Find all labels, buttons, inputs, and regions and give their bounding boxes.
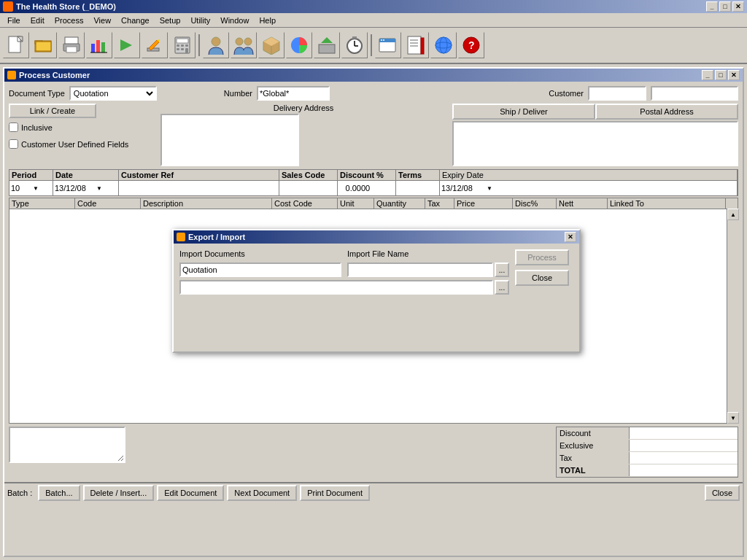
toolbar-export[interactable] <box>314 32 340 58</box>
svg-rect-0 <box>9 36 20 52</box>
toolbar-chart[interactable] <box>86 32 112 58</box>
toolbar-person2[interactable] <box>231 32 257 58</box>
svg-rect-25 <box>185 48 188 53</box>
app-title: The Health Store (_DEMO) <box>16 2 116 11</box>
dialog-inputs-row2: ... <box>179 280 509 295</box>
menu-edit[interactable]: Edit <box>26 15 49 26</box>
svg-rect-38 <box>352 36 357 39</box>
svg-rect-19 <box>177 39 188 43</box>
toolbar-clock[interactable] <box>341 32 368 58</box>
dialog-close-x-btn[interactable]: ✕ <box>565 232 576 242</box>
close-btn[interactable]: ✕ <box>732 1 744 12</box>
toolbar-pie[interactable] <box>286 32 312 58</box>
menu-change[interactable]: Change <box>117 15 154 26</box>
toolbar-open[interactable] <box>31 32 57 58</box>
dialog-right: Process Close <box>515 249 573 298</box>
toolbar-report[interactable] <box>403 32 429 58</box>
svg-rect-11 <box>96 40 100 52</box>
dialog-title-bar: Export / Import ✕ <box>174 230 579 244</box>
menu-help[interactable]: Help <box>255 15 280 26</box>
dialog-close-btn2[interactable]: Close <box>515 270 569 286</box>
toolbar-box[interactable] <box>258 32 285 58</box>
second-browse-btn[interactable]: ... <box>495 280 509 295</box>
dialog-title-text: Export / Import <box>188 233 245 241</box>
import-file-with-btn: ... <box>347 262 509 277</box>
toolbar-person1[interactable] <box>203 32 229 58</box>
toolbar-calc[interactable] <box>169 32 196 58</box>
dialog-body: Import Documents Import File Name <box>174 244 579 303</box>
import-file-browse-btn[interactable]: ... <box>495 262 509 277</box>
toolbar-web[interactable] <box>375 32 401 58</box>
svg-rect-20 <box>177 44 179 47</box>
svg-rect-24 <box>181 48 184 50</box>
import-file-input-col: ... <box>347 262 509 277</box>
export-import-dialog: Export / Import ✕ Import Documents Impor… <box>172 229 581 353</box>
toolbar-new[interactable] <box>3 32 29 58</box>
svg-point-42 <box>383 39 384 41</box>
svg-point-27 <box>236 38 243 45</box>
dialog-labels-row: Import Documents Import File Name <box>179 249 509 260</box>
svg-rect-10 <box>91 44 95 52</box>
minimize-btn[interactable]: _ <box>706 1 718 12</box>
dialog-inputs-row1: ... <box>179 262 509 277</box>
toolbar: ? <box>0 28 747 64</box>
menu-file[interactable]: File <box>3 15 25 26</box>
svg-rect-12 <box>101 42 105 52</box>
dialog-icon <box>177 233 185 241</box>
title-bar: The Health Store (_DEMO) _ □ ✕ <box>0 0 747 13</box>
import-docs-input-col <box>179 262 341 277</box>
import-docs-label: Import Documents <box>179 249 341 258</box>
dialog-left: Import Documents Import File Name <box>179 249 509 298</box>
second-row-input[interactable] <box>179 280 493 295</box>
import-docs-col: Import Documents <box>179 249 341 260</box>
main-area: Process Customer _ □ ✕ Document Type Quo… <box>0 64 747 560</box>
svg-rect-33 <box>319 44 335 53</box>
svg-point-48 <box>436 37 452 53</box>
svg-rect-22 <box>185 44 188 47</box>
toolbar-edit[interactable] <box>142 32 168 58</box>
toolbar-forward[interactable] <box>114 32 140 58</box>
menu-view[interactable]: View <box>89 15 115 26</box>
toolbar-sep2 <box>371 34 372 56</box>
maximize-btn[interactable]: □ <box>719 1 731 12</box>
svg-rect-6 <box>36 42 51 51</box>
svg-marker-34 <box>321 37 333 43</box>
dialog-second-input-col: ... <box>179 280 509 295</box>
import-file-input[interactable] <box>347 262 493 277</box>
svg-text:?: ? <box>468 39 475 51</box>
menu-window[interactable]: Window <box>216 15 253 26</box>
import-file-label: Import File Name <box>347 249 509 258</box>
svg-point-28 <box>244 38 252 45</box>
svg-rect-43 <box>408 36 421 54</box>
dialog-overlay: Export / Import ✕ Import Documents Impor… <box>4 69 743 556</box>
svg-rect-44 <box>421 38 424 54</box>
toolbar-help[interactable]: ? <box>458 32 484 58</box>
second-input-with-btn: ... <box>179 280 509 295</box>
svg-rect-23 <box>177 48 179 50</box>
app-icon <box>3 1 13 12</box>
process-customer-window: Process Customer _ □ ✕ Document Type Quo… <box>3 67 744 557</box>
menu-utility[interactable]: Utility <box>186 15 214 26</box>
svg-rect-9 <box>66 47 77 52</box>
title-bar-controls: _ □ ✕ <box>706 1 744 12</box>
svg-rect-21 <box>181 44 184 47</box>
menu-process[interactable]: Process <box>50 15 88 26</box>
import-docs-input[interactable] <box>179 262 341 277</box>
toolbar-sep1 <box>198 34 200 56</box>
dialog-process-btn[interactable]: Process <box>515 249 569 265</box>
import-file-col: Import File Name <box>347 249 509 260</box>
svg-marker-14 <box>120 39 132 51</box>
svg-point-26 <box>212 37 220 46</box>
toolbar-print[interactable] <box>58 32 85 58</box>
toolbar-globe[interactable] <box>430 32 457 58</box>
menu-setup[interactable]: Setup <box>155 15 185 26</box>
menu-bar: File Edit Process View Change Setup Util… <box>0 13 747 28</box>
svg-point-41 <box>381 39 382 41</box>
